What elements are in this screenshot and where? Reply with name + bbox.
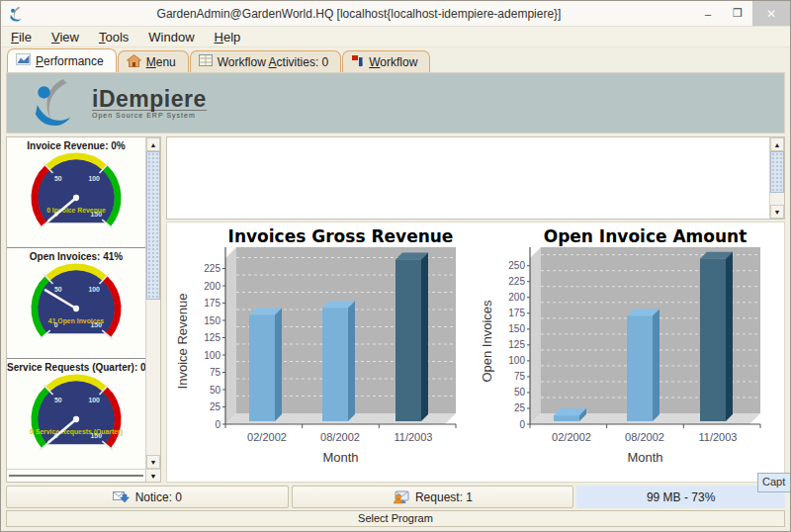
chart-open-invoice-amount[interactable]: Open Invoice Amount025507510012515017520… [479,224,777,472]
svg-text:100: 100 [204,350,220,361]
window-title: GardenAdmin@GardenWorld.HQ [localhost{lo… [25,7,693,21]
top-panel-scrollbar[interactable]: ▲ ▼ [769,137,784,219]
gauge-title: Invoice Revenue: 0% [7,140,145,151]
menu-item-tools[interactable]: Tools [99,30,129,44]
app-window: GardenAdmin@GardenWorld.HQ [localhost{lo… [0,0,791,532]
svg-text:175: 175 [509,308,526,318]
brand-banner: iDempiere Open Source ERP System [6,72,785,133]
scrollbar-thumb[interactable] [146,151,160,300]
maximize-button[interactable]: ❒ [723,1,752,26]
svg-text:0 Service Requests (Quarter): 0 Service Requests (Quarter) [30,428,123,436]
tab-menu[interactable]: Menu [118,50,189,72]
scrollbar-track[interactable] [146,300,160,455]
svg-text:175: 175 [204,298,220,309]
svg-text:25: 25 [210,401,221,412]
svg-text:100: 100 [509,355,526,366]
brand-title: iDempiere [92,88,207,110]
svg-text:200: 200 [509,292,526,303]
notice-envelope-icon [113,490,130,503]
svg-text:150: 150 [509,323,526,334]
main-panel: ▲ ▼ Invoices Gross Revenue02550751001251… [166,136,785,483]
svg-text:125: 125 [204,332,220,343]
performance-list-panel: ▲ ▼ [166,136,785,220]
svg-text:150: 150 [204,315,220,326]
menu-item-help[interactable]: Help [215,30,241,44]
status-bar: Select Program [6,510,785,527]
svg-text:75: 75 [514,371,526,382]
gauge-dial: 0501001500 Service Requests (Quarter) [14,373,138,466]
svg-text:41 Open Invoices: 41 Open Invoices [48,317,104,325]
svg-text:0: 0 [215,419,220,430]
gauge-service-requests-quarter-0[interactable]: Service Requests (Quarter): 0%0501001500… [7,359,145,469]
notice-button[interactable]: Notice: 0 [6,486,289,508]
svg-text:Invoice Revenue: Invoice Revenue [175,294,190,390]
scrollbar-track[interactable] [770,193,784,205]
svg-text:Invoices Gross Revenue: Invoices Gross Revenue [227,226,453,246]
svg-text:100: 100 [88,397,100,403]
tab-workflow[interactable]: Workflow [342,50,430,72]
menu-item-file[interactable]: File [11,30,32,44]
gauge-dial: 05010015041 Open Invoices [14,262,138,355]
svg-text:Month: Month [628,450,663,465]
request-label: Request: 1 [415,490,473,504]
request-button[interactable]: Request: 1 [292,486,574,508]
svg-text:08/2002: 08/2002 [625,431,664,443]
svg-text:200: 200 [204,281,220,292]
performance-gauges-panel: Invoice Revenue: 0%0501001500 Invoice Re… [6,136,161,483]
svg-text:Open Invoices: Open Invoices [480,300,494,383]
notice-label: Notice: 0 [135,490,182,504]
minimize-button[interactable]: – [693,1,723,26]
scroll-down-icon[interactable]: ▼ [146,455,160,469]
svg-text:0 Invoice Revenue: 0 Invoice Revenue [46,207,106,214]
scroll-up-icon[interactable]: ▲ [146,137,160,151]
svg-text:100: 100 [88,286,100,293]
memory-label: 99 MB - 73% [647,490,715,504]
svg-text:08/2002: 08/2002 [320,431,360,443]
title-bar: GardenAdmin@GardenWorld.HQ [localhost{lo… [1,1,790,27]
tab-performance[interactable]: Performance [7,48,117,72]
menu-item-window[interactable]: Window [148,30,194,44]
charts-panel: Invoices Gross Revenue025507510012515017… [166,222,785,483]
svg-text:0: 0 [520,419,526,430]
svg-text:250: 250 [509,260,526,271]
svg-text:50: 50 [210,385,221,396]
scrollbar-thumb[interactable] [770,151,784,193]
capture-button[interactable]: Capt [757,473,790,492]
svg-text:Open Invoice Amount: Open Invoice Amount [544,226,747,246]
svg-text:50: 50 [54,175,62,182]
hscrollbar-thumb[interactable] [9,475,143,477]
svg-text:02/2002: 02/2002 [247,431,287,443]
sidebar-vertical-scrollbar[interactable]: ▲ ▼ [145,137,160,469]
svg-text:225: 225 [509,276,526,287]
scroll-down-icon[interactable]: ▼ [770,205,784,219]
svg-text:02/2002: 02/2002 [552,431,591,443]
tab-bar: PerformanceMenuWorkflow Activities: 0Wor… [1,47,790,72]
gauge-dial: 0501001500 Invoice Revenue [14,151,138,244]
scroll-up-icon[interactable]: ▲ [770,137,784,151]
sidebar-horizontal-scrollbar[interactable]: ▼ [7,469,160,482]
svg-text:Month: Month [322,450,358,465]
svg-text:125: 125 [509,339,526,350]
menu-bar: FileViewToolsWindowHelp [1,27,790,47]
tab-workflow-activities-0[interactable]: Workflow Activities: 0 [190,50,342,72]
chart-invoices-gross-revenue[interactable]: Invoices Gross Revenue025507510012515017… [174,224,473,472]
performance-icon [16,53,31,68]
app-logo-icon [9,6,25,22]
activities-icon [199,54,213,69]
status-button-bar: Notice: 0 Request: 1 99 MB - 73% [6,486,785,508]
gauge-open-invoices-41[interactable]: Open Invoices: 41%05010015041 Open Invoi… [7,248,145,359]
request-icon [393,490,409,504]
svg-text:100: 100 [88,175,100,182]
svg-text:50: 50 [54,397,62,403]
home-icon [127,54,141,70]
workflow-icon [351,54,364,70]
svg-text:225: 225 [204,263,220,274]
hscroll-right-icon[interactable]: ▼ [145,470,160,482]
menu-item-view[interactable]: View [51,30,79,44]
memory-indicator[interactable]: 99 MB - 73% [576,486,785,508]
close-button[interactable]: ✕ [752,1,790,26]
gauge-invoice-revenue-0[interactable]: Invoice Revenue: 0%0501001500 Invoice Re… [7,137,145,248]
brand-logo-icon [33,78,78,128]
svg-text:75: 75 [210,367,221,378]
svg-text:25: 25 [514,402,526,413]
